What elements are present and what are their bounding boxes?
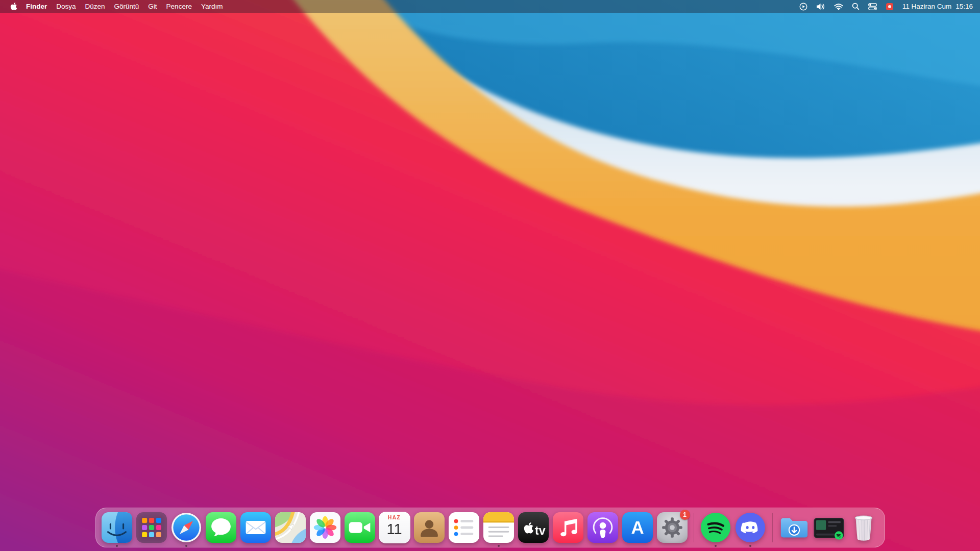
menu-bar-right: 11 Haziran Cum 15:16 (799, 0, 973, 13)
dock-separator (772, 513, 773, 542)
running-indicator (715, 545, 717, 547)
dock-item-launchpad[interactable] (136, 512, 167, 543)
dock-item-mail[interactable] (240, 512, 272, 543)
menubar-menu-görüntü[interactable]: Görüntü (110, 3, 144, 10)
running-indicator (749, 545, 751, 547)
dock-area: HAZ 11 tv A 1 (0, 508, 980, 547)
apple-tv-icon: tv (518, 512, 549, 543)
now-playing-icon[interactable] (799, 3, 807, 11)
menubar-menu-finder[interactable]: Finder (21, 3, 52, 10)
launchpad-icon (136, 512, 167, 543)
menu-extra-icon[interactable] (886, 3, 894, 11)
menubar-menu-git[interactable]: Git (143, 3, 161, 10)
menubar-menu-pencere[interactable]: Pencere (162, 3, 197, 10)
finder-icon (101, 512, 133, 543)
appletv-logo-text: tv (534, 524, 545, 537)
dock-item-finder[interactable] (101, 512, 133, 543)
control-center-icon[interactable] (868, 3, 877, 10)
calendar-month: HAZ (388, 515, 401, 520)
dock-item-minimized-window[interactable] (813, 512, 845, 543)
dock: HAZ 11 tv A 1 (95, 508, 885, 547)
dock-item-reminders[interactable] (448, 512, 480, 543)
messages-icon (205, 512, 237, 543)
dock-item-podcasts[interactable] (587, 512, 619, 543)
volume-icon[interactable] (816, 3, 825, 10)
menubar-menu-düzen[interactable]: Düzen (81, 3, 110, 10)
dock-item-messages[interactable] (205, 512, 237, 543)
apple-menu[interactable] (7, 2, 21, 11)
spotlight-icon[interactable] (852, 3, 860, 10)
clock-time: 15:16 (955, 3, 973, 10)
discord-icon (734, 512, 766, 543)
dock-item-photos[interactable] (309, 512, 341, 543)
dock-item-appletv[interactable]: tv (518, 512, 549, 543)
photos-icon (309, 512, 341, 543)
running-indicator (116, 545, 118, 547)
spotify-icon (700, 512, 731, 543)
dock-item-appstore[interactable]: A (622, 512, 653, 543)
desktop-wallpaper[interactable] (0, 0, 980, 551)
wifi-icon[interactable] (834, 3, 843, 10)
dock-item-maps[interactable] (275, 512, 306, 543)
running-indicator (185, 545, 187, 547)
running-indicator (498, 545, 500, 547)
dock-item-spotify[interactable] (700, 512, 731, 543)
downloads-folder-icon (778, 512, 810, 543)
dock-item-downloads[interactable] (778, 512, 810, 543)
music-icon (552, 512, 584, 543)
clock-date: 11 Haziran Cum (902, 3, 952, 10)
appstore-letter: A (631, 517, 644, 537)
menu-bar-left: FinderDosyaDüzenGörüntüGitPencereYardım (7, 0, 227, 13)
menubar-menu-dosya[interactable]: Dosya (52, 3, 80, 10)
maps-icon (275, 512, 306, 543)
menu-bar: FinderDosyaDüzenGörüntüGitPencereYardım (0, 0, 980, 13)
dock-item-calendar[interactable]: HAZ 11 (379, 512, 410, 543)
dock-item-music[interactable] (552, 512, 584, 543)
dock-item-notes[interactable] (483, 512, 514, 543)
safari-icon (170, 512, 202, 543)
podcasts-icon (587, 512, 619, 543)
trash-icon (848, 512, 879, 543)
dock-item-discord[interactable] (734, 512, 766, 543)
mail-icon (240, 512, 272, 543)
menu-bar-clock[interactable]: 11 Haziran Cum 15:16 (902, 3, 973, 10)
minimized-window-thumbnail (813, 512, 845, 543)
dock-item-settings[interactable]: 1 (656, 512, 688, 543)
notification-badge: 1 (680, 510, 690, 520)
menu-list: FinderDosyaDüzenGörüntüGitPencereYardım (21, 3, 227, 10)
calendar-day: 11 (386, 522, 402, 537)
desktop: FinderDosyaDüzenGörüntüGitPencereYardım (0, 0, 980, 551)
app-store-icon: A (622, 512, 653, 543)
facetime-icon (344, 512, 376, 543)
contacts-icon (413, 512, 445, 543)
notes-icon (483, 512, 514, 543)
calendar-icon: HAZ 11 (379, 512, 410, 543)
dock-item-contacts[interactable] (413, 512, 445, 543)
dock-separator (694, 513, 695, 542)
reminders-icon (448, 512, 480, 543)
dock-item-trash[interactable] (848, 512, 879, 543)
dock-item-safari[interactable] (170, 512, 202, 543)
apple-logo-icon (10, 2, 17, 11)
menubar-menu-yardım[interactable]: Yardım (197, 3, 228, 10)
dock-item-facetime[interactable] (344, 512, 376, 543)
